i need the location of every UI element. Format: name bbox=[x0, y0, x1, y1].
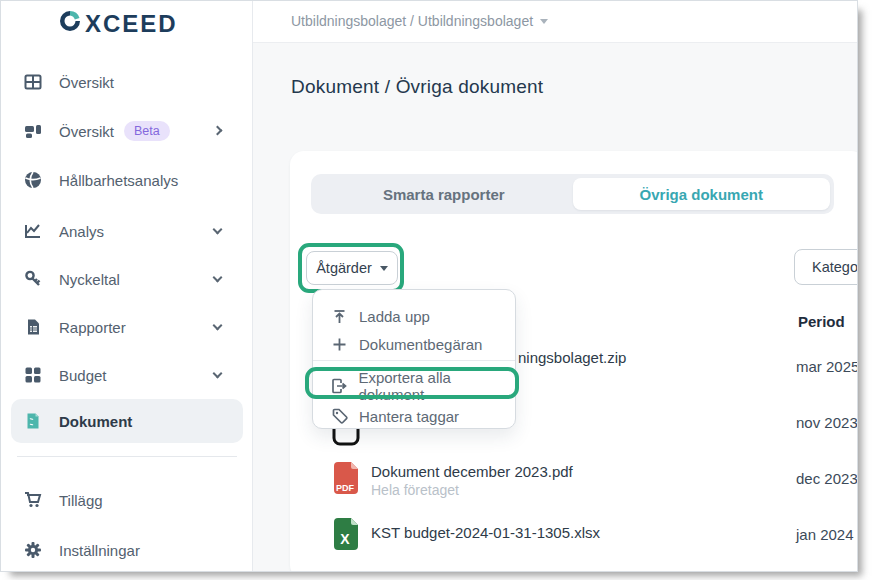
document-name[interactable]: KST budget-2024-01-31-1305.xlsx bbox=[371, 524, 600, 541]
caret-down-icon bbox=[380, 266, 388, 271]
logo-o-icon bbox=[57, 8, 83, 40]
menu-item-label: Ladda upp bbox=[359, 308, 430, 325]
document-period: nov 2023 bbox=[796, 414, 858, 431]
document-period: mar 2025 bbox=[796, 358, 858, 375]
svg-text:X: X bbox=[340, 531, 350, 547]
sidebar-item-label: Hållbarhetsanalys bbox=[59, 172, 178, 189]
svg-text:PDF: PDF bbox=[336, 483, 355, 493]
breadcrumb-text: Utbildningsbolaget / Utbildningsbolaget bbox=[291, 13, 533, 29]
beta-badge: Beta bbox=[124, 121, 170, 141]
chevron-down-icon bbox=[213, 225, 223, 235]
page-title: Dokument / Övriga dokument bbox=[291, 76, 543, 98]
actions-dropdown-menu: Ladda upp Dokumentbegäran Exportera alla… bbox=[312, 289, 516, 429]
chevron-down-icon bbox=[213, 273, 223, 283]
category-filter-button[interactable]: Kategori bbox=[794, 249, 858, 285]
upload-icon bbox=[331, 309, 348, 324]
globe-icon bbox=[23, 171, 43, 189]
chevron-right-icon bbox=[213, 126, 223, 136]
menu-divider bbox=[313, 360, 515, 361]
plus-icon bbox=[331, 337, 348, 352]
sidebar-item-rapporter[interactable]: Rapporter bbox=[11, 305, 243, 349]
grid-icon bbox=[23, 73, 43, 91]
cart-icon bbox=[23, 491, 43, 509]
sidebar-item-label: Analys bbox=[59, 223, 104, 240]
actions-dropdown-button[interactable]: Åtgärder bbox=[306, 251, 398, 285]
sidebar-item-tillagg[interactable]: Tillägg bbox=[11, 478, 243, 522]
key-icon bbox=[23, 270, 43, 288]
tab-ovriga-dokument[interactable]: Övriga dokument bbox=[573, 178, 831, 210]
sidebar-item-dokument[interactable]: Dokument bbox=[11, 399, 243, 443]
sidebar-item-hallbarhetsanalys[interactable]: Hållbarhetsanalys bbox=[11, 158, 243, 202]
document-period: dec 2023 bbox=[796, 470, 858, 487]
chevron-down-icon bbox=[213, 321, 223, 331]
sidebar-item-label: Översikt bbox=[59, 123, 114, 140]
document-name[interactable]: Dokument december 2023.pdf bbox=[371, 463, 573, 480]
menu-item-label: Exportera alla dokument bbox=[358, 369, 515, 403]
sidebar-item-label: Budget bbox=[59, 367, 107, 384]
xlsx-file-icon: X bbox=[332, 517, 360, 551]
sidebar-item-label: Rapporter bbox=[59, 319, 126, 336]
app-window: XCEED Översikt Översikt Beta Hållbarhets… bbox=[0, 0, 858, 572]
document-icon bbox=[23, 412, 43, 430]
menu-item-ladda-upp[interactable]: Ladda upp bbox=[313, 302, 515, 330]
sidebar-item-budget[interactable]: Budget bbox=[11, 353, 243, 397]
sidebar: XCEED Översikt Översikt Beta Hållbarhets… bbox=[1, 1, 253, 571]
sidebar-item-label: Översikt bbox=[59, 74, 114, 91]
main-content: Dokument / Övriga dokument Smarta rappor… bbox=[253, 43, 857, 571]
sidebar-item-label: Nyckeltal bbox=[59, 271, 120, 288]
sidebar-item-nyckeltal[interactable]: Nyckeltal bbox=[11, 257, 243, 301]
gear-icon bbox=[23, 541, 43, 559]
actions-button-label: Åtgärder bbox=[316, 260, 372, 276]
logo-text: XCEED bbox=[85, 10, 178, 38]
sidebar-item-installningar[interactable]: Inställningar bbox=[11, 528, 243, 572]
tag-icon bbox=[331, 408, 348, 424]
caret-down-icon bbox=[540, 19, 548, 24]
document-name[interactable]: ningsbolaget.zip bbox=[518, 349, 626, 366]
chevron-down-icon bbox=[213, 369, 223, 379]
menu-item-dokumentbegaran[interactable]: Dokumentbegäran bbox=[313, 330, 515, 358]
topbar: Utbildningsbolaget / Utbildningsbolaget bbox=[253, 1, 857, 43]
sidebar-item-label: Inställningar bbox=[59, 542, 140, 559]
menu-item-hantera-taggar[interactable]: Hantera taggar bbox=[313, 402, 515, 430]
sidebar-item-label: Dokument bbox=[59, 413, 132, 430]
document-subtitle: Hela företaget bbox=[371, 482, 459, 498]
sidebar-divider bbox=[17, 456, 237, 457]
sidebar-item-oversikt[interactable]: Översikt bbox=[11, 60, 243, 104]
company-breadcrumb[interactable]: Utbildningsbolaget / Utbildningsbolaget bbox=[291, 13, 548, 29]
pdf-file-icon: PDF bbox=[332, 461, 360, 495]
chart-icon bbox=[23, 222, 43, 240]
document-period: jan 2024 bbox=[796, 526, 854, 543]
oxceed-logo[interactable]: XCEED bbox=[57, 9, 178, 39]
sidebar-item-analys[interactable]: Analys bbox=[11, 209, 243, 253]
category-button-label: Kategori bbox=[812, 259, 858, 275]
sidebar-item-oversikt-beta[interactable]: Översikt Beta bbox=[11, 109, 243, 153]
tab-bar: Smarta rapporter Övriga dokument bbox=[311, 174, 834, 214]
menu-item-label: Hantera taggar bbox=[359, 408, 459, 425]
export-icon bbox=[331, 378, 347, 394]
tab-smarta-rapporter[interactable]: Smarta rapporter bbox=[315, 178, 573, 210]
period-column-header: Period bbox=[798, 313, 845, 330]
menu-item-label: Dokumentbegäran bbox=[359, 336, 482, 353]
blocks-icon bbox=[23, 122, 43, 140]
calculator-icon bbox=[23, 366, 43, 384]
sidebar-item-label: Tillägg bbox=[59, 492, 103, 509]
menu-item-exportera-alla-dokument[interactable]: Exportera alla dokument bbox=[313, 372, 515, 400]
report-icon bbox=[23, 318, 43, 336]
